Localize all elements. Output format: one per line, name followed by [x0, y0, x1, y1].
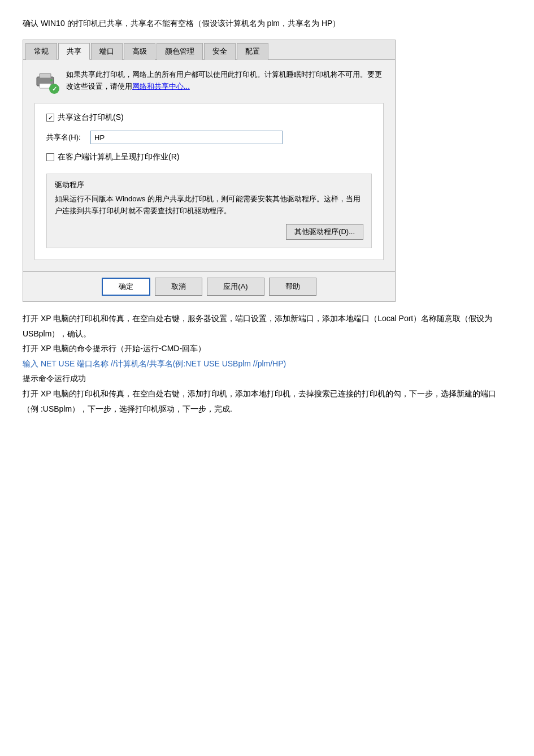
instruction-line-5: 打开 XP 电脑的打印机和传真，在空白处右键，添加打印机，添加本地打印机，去掉搜… [23, 386, 511, 416]
svg-point-3 [50, 79, 53, 81]
drivers-title: 驱动程序 [55, 180, 363, 190]
tab-general[interactable]: 常规 [25, 43, 57, 60]
drivers-text: 如果运行不同版本 Windows 的用户共享此打印机，则可能需要安装其他驱动程序… [55, 193, 363, 217]
drivers-section: 驱动程序 如果运行不同版本 Windows 的用户共享此打印机，则可能需要安装其… [46, 174, 372, 248]
drivers-btn-row: 其他驱动程序(D)... [55, 224, 363, 240]
instructions-section: 打开 XP 电脑的打印机和传真，在空白处右键，服务器设置，端口设置，添加新端口，… [23, 311, 511, 416]
intro-text: 确认 WIN10 的打印机已共享，共享名不能有空格（假设该计算机名为 plm，共… [23, 17, 511, 29]
ok-button[interactable]: 确定 [102, 278, 150, 296]
render-print-checkbox-row: 在客户端计算机上呈现打印作业(R) [46, 152, 372, 162]
network-share-center-link[interactable]: 网络和共享中心... [132, 82, 190, 90]
share-info-text: 如果共享此打印机，网络上的所有用户都可以使用此打印机。计算机睡眠时打印机将不可用… [66, 69, 384, 93]
instruction-line-1: 打开 XP 电脑的打印机和传真，在空白处右键，服务器设置，端口设置，添加新端口，… [23, 311, 511, 341]
share-printer-checkbox[interactable] [46, 114, 54, 122]
share-name-input[interactable] [90, 131, 283, 144]
instruction-line-4: 提示命令运行成功 [23, 371, 511, 386]
cancel-button[interactable]: 取消 [155, 278, 202, 296]
share-name-row: 共享名(H): [46, 131, 372, 144]
help-button[interactable]: 帮助 [269, 278, 316, 296]
tab-port[interactable]: 端口 [91, 43, 123, 60]
render-print-label: 在客户端计算机上呈现打印作业(R) [58, 152, 179, 162]
tab-color[interactable]: 颜色管理 [157, 43, 203, 60]
tab-content-share: ✓ 如果共享此打印机，网络上的所有用户都可以使用此打印机。计算机睡眠时打印机将不… [23, 60, 395, 271]
apply-button[interactable]: 应用(A) [207, 278, 264, 296]
tab-advanced[interactable]: 高级 [124, 43, 155, 60]
tab-config[interactable]: 配置 [237, 43, 268, 60]
tab-bar: 常规 共享 端口 高级 颜色管理 安全 配置 [23, 40, 395, 60]
share-printer-checkbox-row: 共享这台打印机(S) [46, 113, 372, 123]
share-section: 共享这台打印机(S) 共享名(H): 在客户端计算机上呈现打印作业(R) 驱动程… [34, 103, 384, 260]
share-info-row: ✓ 如果共享此打印机，网络上的所有用户都可以使用此打印机。计算机睡眠时打印机将不… [34, 69, 384, 94]
other-drivers-button[interactable]: 其他驱动程序(D)... [286, 224, 363, 240]
tab-share[interactable]: 共享 [58, 43, 90, 60]
printer-icon-area: ✓ [34, 69, 59, 94]
check-icon: ✓ [49, 84, 59, 94]
instruction-line-3: 输入 NET USE 端口名称 //计算机名/共享名(例:NET USE USB… [23, 356, 511, 371]
tab-security[interactable]: 安全 [204, 43, 236, 60]
render-print-checkbox[interactable] [46, 153, 54, 161]
dialog-footer: 确定 取消 应用(A) 帮助 [23, 271, 395, 301]
printer-dialog: 常规 共享 端口 高级 颜色管理 安全 配置 ✓ [23, 40, 396, 302]
instruction-line-2: 打开 XP 电脑的命令提示行（开始-运行-CMD-回车） [23, 341, 511, 356]
share-name-label: 共享名(H): [46, 132, 86, 142]
svg-rect-1 [40, 74, 51, 78]
share-printer-label: 共享这台打印机(S) [58, 113, 124, 123]
